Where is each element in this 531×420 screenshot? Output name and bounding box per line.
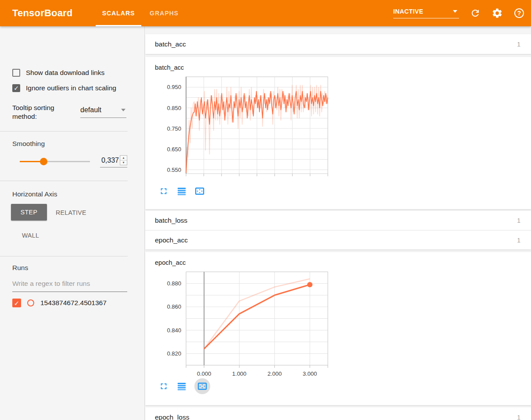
- svg-text:0.750: 0.750: [167, 125, 181, 132]
- smoothing-stepper[interactable]: ▲ ▼: [120, 155, 127, 165]
- status-value: INACTIVE: [393, 8, 423, 15]
- divider: [0, 181, 128, 181]
- section-header-epoch-acc[interactable]: epoch_acc 1: [145, 230, 531, 249]
- smoothing-value: 0,337: [101, 157, 119, 164]
- tab-scalars[interactable]: SCALARS: [96, 0, 141, 26]
- svg-text:2.000: 2.000: [267, 370, 282, 377]
- section-title: epoch_loss: [155, 413, 189, 420]
- section-header-epoch-loss[interactable]: epoch_loss 1: [145, 407, 531, 420]
- settings-gear-icon[interactable]: [492, 7, 503, 19]
- tooltip-sorting-dropdown[interactable]: default: [80, 106, 126, 118]
- app-title: TensorBoard: [12, 0, 72, 26]
- runs-label: Runs: [12, 264, 28, 272]
- svg-text:1.000: 1.000: [232, 370, 247, 377]
- horizontal-lines-icon[interactable]: [176, 186, 187, 196]
- tooltip-sorting-value: default: [80, 106, 101, 114]
- fit-domain-icon-active[interactable]: [194, 378, 210, 394]
- section-count: 1: [517, 237, 520, 244]
- stepper-down-icon[interactable]: ▼: [120, 160, 127, 165]
- expand-fullscreen-icon[interactable]: [158, 186, 169, 196]
- section-title: batch_acc: [155, 40, 186, 48]
- refresh-icon[interactable]: [470, 7, 481, 19]
- section-count: 1: [517, 217, 520, 224]
- expand-fullscreen-icon[interactable]: [158, 381, 169, 392]
- svg-text:0.950: 0.950: [167, 84, 181, 90]
- horizontal-lines-icon[interactable]: [176, 381, 187, 392]
- app-header: TensorBoard SCALARS GRAPHS INACTIVE ?: [0, 0, 531, 26]
- section-header-batch-loss[interactable]: batch_loss 1: [145, 211, 531, 230]
- section-title: epoch_acc: [155, 236, 188, 244]
- chart-card-batch-acc: batch_acc 0.5500.6500.7500.8500.950: [145, 57, 531, 209]
- tab-bar: SCALARS GRAPHS: [96, 0, 187, 26]
- smoothing-value-box: 0,337 ▲ ▼: [100, 155, 127, 167]
- batch-acc-chart[interactable]: 0.5500.6500.7500.8500.950: [155, 75, 335, 180]
- axis-relative-button[interactable]: RELATIVE: [56, 209, 86, 216]
- run-isolate-radio[interactable]: [27, 299, 34, 306]
- svg-text:0.860: 0.860: [167, 303, 181, 310]
- axis-wall-button[interactable]: WALL: [22, 232, 39, 239]
- svg-text:0.820: 0.820: [167, 350, 181, 357]
- chart-card-epoch-acc: epoch_acc 0.8200.8400.8600.8800.0001.000…: [145, 252, 531, 405]
- divider: [0, 131, 128, 132]
- chevron-down-icon: [121, 109, 126, 111]
- ignore-outliers-row: ✓ Ignore outliers in chart scaling: [12, 84, 116, 92]
- tooltip-sorting-label: Tooltip sorting method:: [12, 103, 64, 121]
- help-icon[interactable]: ?: [513, 7, 525, 19]
- section-title: batch_loss: [155, 217, 187, 224]
- ignore-outliers-label: Ignore outliers in chart scaling: [26, 84, 116, 92]
- show-download-links-row: Show data download links: [12, 69, 104, 77]
- sidebar: Show data download links ✓ Ignore outlie…: [0, 26, 145, 420]
- show-download-links-checkbox[interactable]: [12, 69, 20, 77]
- status-dropdown[interactable]: INACTIVE: [393, 8, 459, 18]
- svg-text:0.000: 0.000: [197, 370, 212, 377]
- section-count: 1: [517, 41, 520, 48]
- tab-graphs[interactable]: GRAPHS: [141, 0, 187, 26]
- smoothing-slider-thumb[interactable]: [40, 158, 47, 165]
- epoch-acc-chart[interactable]: 0.8200.8400.8600.8800.0001.0002.0003.000: [155, 271, 335, 377]
- main-content: batch_acc 1 batch_acc 0.5500.6500.7500.8…: [145, 26, 531, 420]
- svg-text:3.000: 3.000: [303, 370, 317, 377]
- runs-filter-input[interactable]: [12, 280, 127, 292]
- chevron-down-icon: [453, 10, 457, 13]
- ignore-outliers-checkbox[interactable]: ✓: [12, 84, 20, 92]
- section-header-batch-acc[interactable]: batch_acc 1: [145, 34, 531, 54]
- stepper-up-icon[interactable]: ▲: [120, 156, 127, 160]
- svg-text:0.880: 0.880: [167, 280, 181, 287]
- smoothing-slider[interactable]: [20, 161, 90, 162]
- fit-domain-icon[interactable]: [194, 186, 205, 196]
- svg-text:0.550: 0.550: [167, 167, 181, 173]
- show-download-links-label: Show data download links: [26, 69, 104, 77]
- divider: [0, 256, 128, 256]
- horizontal-axis-label: Horizontal Axis: [12, 190, 57, 198]
- svg-text:0.650: 0.650: [167, 146, 181, 153]
- chart-title: epoch_acc: [155, 259, 531, 266]
- run-checkbox[interactable]: ✓: [12, 299, 21, 307]
- svg-text:0.850: 0.850: [167, 105, 181, 111]
- svg-text:0.840: 0.840: [167, 327, 181, 334]
- run-row: ✓ 1543874672.4501367: [12, 299, 107, 307]
- run-name: 1543874672.4501367: [40, 299, 107, 307]
- chart-title: batch_acc: [155, 64, 531, 71]
- section-count: 1: [517, 414, 520, 420]
- axis-step-button[interactable]: STEP: [11, 204, 47, 221]
- smoothing-label: Smoothing: [12, 140, 45, 148]
